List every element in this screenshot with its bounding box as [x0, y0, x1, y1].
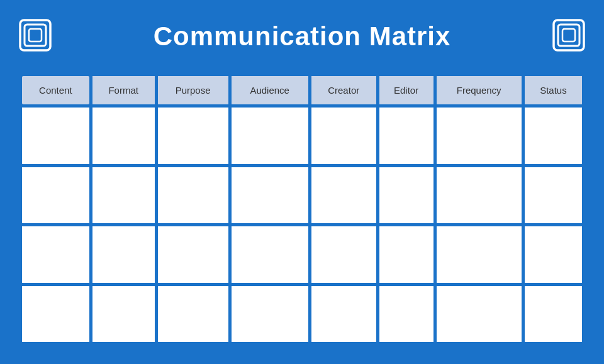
svg-rect-4 [558, 25, 579, 46]
cell[interactable] [22, 108, 89, 164]
cell[interactable] [379, 167, 433, 224]
cell[interactable] [525, 108, 582, 164]
logo-right [552, 19, 585, 54]
page-title: Communication Matrix [154, 21, 451, 52]
col-header-format: Format [92, 76, 155, 104]
col-header-purpose: Purpose [158, 76, 228, 104]
logo-left [19, 19, 52, 54]
cell[interactable] [232, 226, 308, 283]
cell[interactable] [158, 286, 228, 343]
cell[interactable] [232, 108, 308, 164]
col-header-editor: Editor [379, 76, 433, 104]
cell[interactable] [379, 108, 433, 164]
cell[interactable] [311, 226, 376, 283]
table-row [22, 108, 582, 164]
cell[interactable] [525, 226, 582, 283]
cell[interactable] [525, 167, 582, 224]
table-row [22, 226, 582, 283]
col-header-content: Content [22, 76, 89, 104]
cell[interactable] [158, 226, 228, 283]
cell[interactable] [232, 286, 308, 343]
col-header-status: Status [525, 76, 582, 104]
table-row [22, 167, 582, 224]
cell[interactable] [379, 226, 433, 283]
svg-rect-2 [29, 29, 42, 41]
communication-matrix-table: Content Format Purpose Audience Creator … [19, 73, 585, 345]
table-row [22, 286, 582, 343]
cell[interactable] [379, 286, 433, 343]
cell[interactable] [437, 226, 522, 283]
cell[interactable] [311, 286, 376, 343]
cell[interactable] [22, 226, 89, 283]
cell[interactable] [437, 167, 522, 224]
cell[interactable] [437, 108, 522, 164]
col-header-creator: Creator [311, 76, 376, 104]
cell[interactable] [437, 286, 522, 343]
cell[interactable] [92, 286, 155, 343]
cell[interactable] [158, 167, 228, 224]
cell[interactable] [92, 226, 155, 283]
svg-rect-1 [25, 25, 46, 46]
col-header-audience: Audience [232, 76, 308, 104]
header: Communication Matrix [19, 11, 585, 62]
cell[interactable] [525, 286, 582, 343]
page-wrapper: Communication Matrix Content Format Purp… [0, 0, 604, 364]
cell[interactable] [92, 108, 155, 164]
table-header-row: Content Format Purpose Audience Creator … [22, 76, 582, 104]
cell[interactable] [311, 108, 376, 164]
cell[interactable] [311, 167, 376, 224]
cell[interactable] [22, 167, 89, 224]
cell[interactable] [158, 108, 228, 164]
cell[interactable] [22, 286, 89, 343]
cell[interactable] [232, 167, 308, 224]
cell[interactable] [92, 167, 155, 224]
svg-rect-5 [562, 29, 575, 41]
col-header-frequency: Frequency [437, 76, 522, 104]
